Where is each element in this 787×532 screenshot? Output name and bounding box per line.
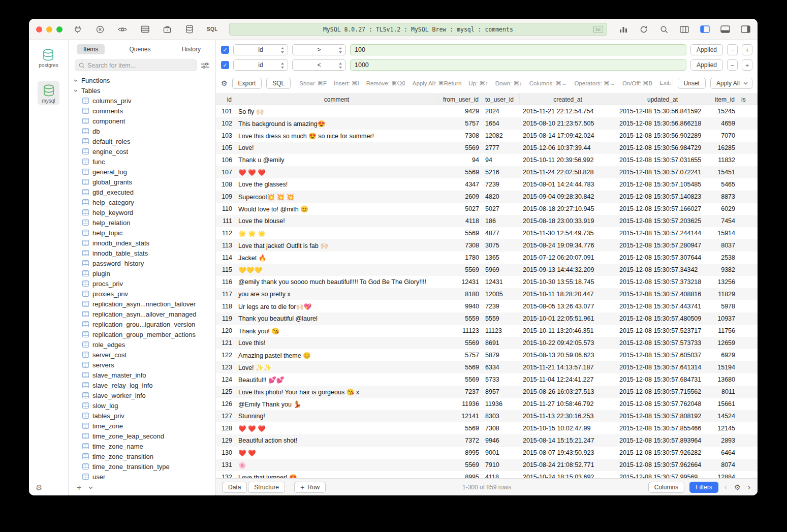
zoom-window-button[interactable]: [56, 26, 62, 33]
refresh-icon[interactable]: [639, 25, 649, 34]
filter-operator-select[interactable]: <: [292, 59, 346, 71]
cell-from_user_id[interactable]: 7308: [438, 239, 482, 252]
cell-to_user_id[interactable]: 8303: [482, 410, 520, 422]
cell-from_user_id[interactable]: 5559: [438, 312, 482, 325]
cell-created_at[interactable]: 2015-11-30 12:54:49.735: [520, 227, 616, 239]
cell-item_id[interactable]: 15245: [709, 105, 738, 117]
cell-from_user_id[interactable]: 5569: [438, 422, 482, 434]
sidebar-item-general_log[interactable]: general_log: [69, 167, 215, 177]
cell-from_user_id[interactable]: 11123: [438, 325, 482, 337]
cell-updated_at[interactable]: 2015-12-08 15:30:57.140823: [616, 191, 709, 203]
cell-updated_at[interactable]: 2015-12-08 15:30:57.105485: [616, 178, 709, 191]
cell-comment[interactable]: So fly 🙌🏻: [235, 105, 438, 117]
cell-item_id[interactable]: 2538: [709, 252, 738, 264]
sidebar-item-help_keyword[interactable]: help_keyword: [69, 207, 215, 217]
cell-item_id[interactable]: 15451: [709, 166, 738, 178]
cell-comment[interactable]: Thank u @emily: [235, 154, 438, 166]
cell-updated_at[interactable]: 2015-12-08 15:30:57.808192: [616, 410, 709, 422]
table-row[interactable]: 124Beautiful!! 💕💕556957332015-11-04 12:2…: [216, 373, 758, 386]
table-row[interactable]: 102This background is amazing😍5757165420…: [216, 117, 758, 130]
table-row[interactable]: 110Would love to! @mith 😊502750272015-08…: [216, 203, 758, 215]
cell-created_at[interactable]: 2015-07-12 06:20:07.091: [520, 252, 616, 264]
sidebar-item-slave_master_info[interactable]: slave_master_info: [69, 370, 215, 380]
connection-mysql[interactable]: mysql: [38, 81, 59, 105]
cell-updated_at[interactable]: 2015-12-08 15:30:57.408816: [616, 288, 709, 300]
cell-is[interactable]: [738, 227, 758, 239]
app-settings-gear-icon[interactable]: ⚙: [36, 484, 42, 491]
cell-updated_at[interactable]: 2015-12-08 15:30:57.893964: [616, 434, 709, 447]
prev-page-icon[interactable]: ‹: [723, 483, 728, 491]
cell-from_user_id[interactable]: 5569: [438, 142, 482, 154]
cell-to_user_id[interactable]: 1365: [482, 252, 520, 264]
cell-created_at[interactable]: 2015-12-06 10:37:39.44: [520, 142, 616, 154]
cell-is[interactable]: [738, 276, 758, 288]
cell-from_user_id[interactable]: 1780: [438, 252, 482, 264]
table-row[interactable]: 113Love that jacket! Outfit is fab 🙌🏻730…: [216, 239, 758, 252]
cell-item_id[interactable]: 13680: [709, 373, 738, 386]
filter-settings-gear-icon[interactable]: ⚙: [221, 80, 228, 87]
sidebar-item-replication_asyn...nnection_failover[interactable]: replication_asyn...nnection_failover: [69, 299, 215, 309]
connect-icon[interactable]: [73, 25, 83, 34]
sidebar-item-engine_cost[interactable]: engine_cost: [69, 146, 215, 157]
cell-id[interactable]: 112: [216, 227, 235, 239]
cell-updated_at[interactable]: 2015-12-08 15:30:57.99569: [616, 471, 709, 478]
toggle-right-panel-icon[interactable]: [740, 25, 750, 34]
cell-item_id[interactable]: 7070: [709, 130, 738, 142]
sidebar-item-db[interactable]: db: [69, 126, 215, 136]
cell-comment[interactable]: 💛💛💛: [235, 264, 438, 276]
cell-is[interactable]: [738, 203, 758, 215]
cell-comment[interactable]: @emily thank you soooo much beautiful!!!…: [235, 276, 438, 288]
column-header-comment[interactable]: comment: [235, 94, 438, 105]
cell-item_id[interactable]: 8011: [709, 386, 738, 398]
cell-id[interactable]: 129: [216, 434, 235, 447]
cell-id[interactable]: 107: [216, 166, 235, 178]
sidebar-item-time_zone[interactable]: time_zone: [69, 421, 215, 431]
cell-created_at[interactable]: 2015-08-01 14:24:44.783: [520, 178, 616, 191]
cell-comment[interactable]: Would love to! @mith 😊: [235, 203, 438, 215]
cell-is[interactable]: [738, 471, 758, 478]
table-row[interactable]: 118Ur legs are to die for🙌🏻💖994072392015…: [216, 300, 758, 312]
cell-item_id[interactable]: 12145: [709, 422, 738, 434]
cell-comment[interactable]: Love that jumper! 😍: [235, 471, 438, 478]
unset-button[interactable]: Unset: [678, 78, 706, 89]
table-row[interactable]: 120Thank you! 😘11123111232015-10-11 13:2…: [216, 325, 758, 337]
cell-from_user_id[interactable]: 5569: [438, 373, 482, 386]
cell-is[interactable]: [738, 239, 758, 252]
table-columns-icon[interactable]: [679, 25, 689, 34]
cell-is[interactable]: [738, 142, 758, 154]
data-view-button[interactable]: Data: [222, 482, 247, 493]
table-rows-icon[interactable]: [140, 25, 150, 34]
filter-operator-select[interactable]: >: [292, 44, 346, 55]
table-row[interactable]: 119Thank you beautiful @laurel5559555920…: [216, 312, 758, 325]
cell-item_id[interactable]: 5465: [709, 178, 738, 191]
cell-created_at[interactable]: 2015-08-18 23:00:33.919: [520, 215, 616, 227]
cell-updated_at[interactable]: 2015-12-08 15:30:56.866218: [616, 117, 709, 130]
cell-comment[interactable]: ❤️ ❤️ ❤️: [235, 422, 438, 434]
cell-updated_at[interactable]: 2015-12-08 15:30:57.373218: [616, 276, 709, 288]
cell-comment[interactable]: Love!: [235, 142, 438, 154]
cell-item_id[interactable]: 11756: [709, 325, 738, 337]
cell-comment[interactable]: Love! ✨✨: [235, 361, 438, 373]
cell-is[interactable]: [738, 154, 758, 166]
cell-id[interactable]: 117: [216, 288, 235, 300]
cell-to_user_id[interactable]: 6334: [482, 361, 520, 373]
cell-is[interactable]: [738, 349, 758, 361]
cell-created_at[interactable]: 2015-10-11 20:39:56.992: [520, 154, 616, 166]
sql-query-button[interactable]: SQL: [207, 26, 218, 32]
cell-to_user_id[interactable]: 5027: [482, 203, 520, 215]
add-menu-chevron-icon[interactable]: [88, 486, 93, 489]
cell-comment[interactable]: Beautiful!! 💕💕: [235, 373, 438, 386]
cell-created_at[interactable]: 2015-08-24 19:09:34.776: [520, 239, 616, 252]
table-row[interactable]: 115💛💛💛556959692015-09-13 14:44:32.209201…: [216, 264, 758, 276]
column-header-to_user_id[interactable]: to_user_id: [482, 94, 520, 105]
sql-button[interactable]: SQL: [266, 78, 291, 89]
next-page-icon[interactable]: ›: [747, 483, 751, 491]
cell-from_user_id[interactable]: 5569: [438, 337, 482, 349]
cell-updated_at[interactable]: 2015-12-08 15:30:57.605037: [616, 349, 709, 361]
cell-item_id[interactable]: 8074: [709, 459, 738, 471]
cell-from_user_id[interactable]: 5569: [438, 264, 482, 276]
filter-options-icon[interactable]: [201, 62, 209, 69]
cell-created_at[interactable]: 2015-10-15 10:02:47.99: [520, 422, 616, 434]
cell-to_user_id[interactable]: 186: [482, 215, 520, 227]
cell-comment[interactable]: Jacket 🔥: [235, 252, 438, 264]
